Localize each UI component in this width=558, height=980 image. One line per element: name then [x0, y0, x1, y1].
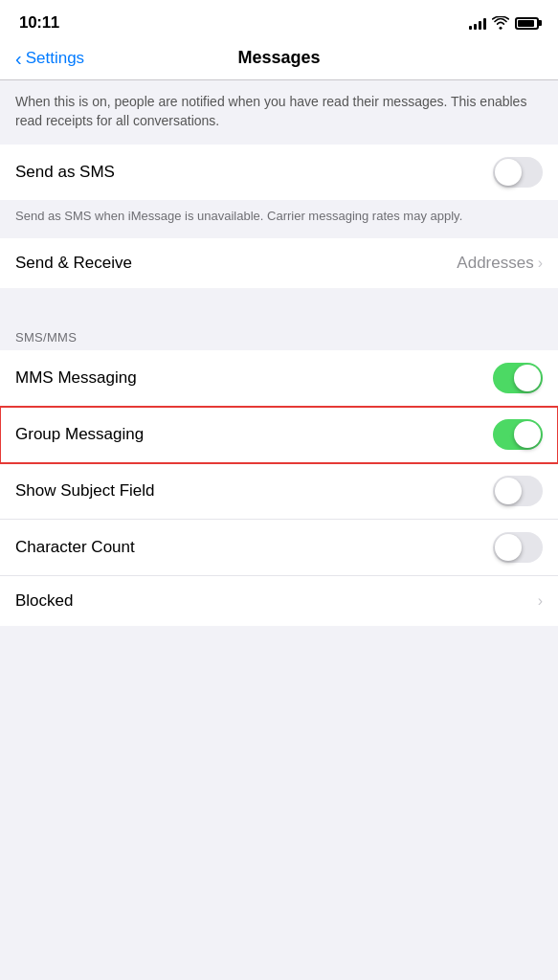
signal-icon — [469, 16, 486, 30]
show-subject-field-label: Show Subject Field — [15, 481, 155, 501]
blocked-value: › — [538, 592, 543, 610]
status-time: 10:11 — [19, 13, 59, 33]
back-label: Settings — [26, 49, 84, 68]
sms-mms-group: MMS Messaging Group Messaging Show Subje… — [0, 350, 558, 626]
page-title: Messages — [237, 48, 320, 68]
back-chevron-icon: ‹ — [15, 49, 22, 68]
mms-messaging-row: MMS Messaging — [0, 350, 558, 407]
read-receipts-description: When this is on, people are notified whe… — [0, 80, 558, 145]
send-receive-chevron-icon: › — [538, 255, 543, 272]
status-bar: 10:11 — [0, 0, 558, 40]
character-count-label: Character Count — [15, 538, 135, 557]
send-as-sms-row: Send as SMS — [0, 145, 558, 200]
status-icons — [469, 16, 539, 30]
send-receive-group: Send & Receive Addresses › — [0, 238, 558, 288]
blocked-label: Blocked — [15, 591, 73, 611]
send-as-sms-label: Send as SMS — [15, 163, 115, 182]
battery-icon — [515, 17, 539, 30]
mms-messaging-toggle[interactable] — [493, 363, 543, 393]
show-subject-field-toggle[interactable] — [493, 476, 543, 506]
send-as-sms-footer: Send as SMS when iMessage is unavailable… — [0, 200, 558, 238]
show-subject-field-row: Show Subject Field — [0, 463, 558, 520]
send-receive-row[interactable]: Send & Receive Addresses › — [0, 238, 558, 288]
group-messaging-label: Group Messaging — [15, 425, 144, 444]
wifi-icon — [492, 16, 509, 30]
nav-bar: ‹ Settings Messages — [0, 40, 558, 80]
section-gap-1 — [0, 288, 558, 323]
blocked-chevron-icon: › — [538, 592, 543, 610]
send-as-sms-group: Send as SMS — [0, 145, 558, 200]
character-count-toggle[interactable] — [493, 532, 543, 563]
mms-messaging-label: MMS Messaging — [15, 368, 137, 388]
send-as-sms-toggle[interactable] — [493, 157, 543, 188]
character-count-row: Character Count — [0, 520, 558, 576]
blocked-row[interactable]: Blocked › — [0, 576, 558, 626]
send-receive-value: Addresses › — [457, 254, 543, 273]
back-button[interactable]: ‹ Settings — [15, 49, 84, 68]
group-messaging-toggle[interactable] — [493, 419, 543, 450]
sms-mms-section-header: SMS/MMS — [0, 323, 558, 350]
send-receive-label: Send & Receive — [15, 254, 132, 273]
group-messaging-row: Group Messaging — [0, 407, 558, 463]
